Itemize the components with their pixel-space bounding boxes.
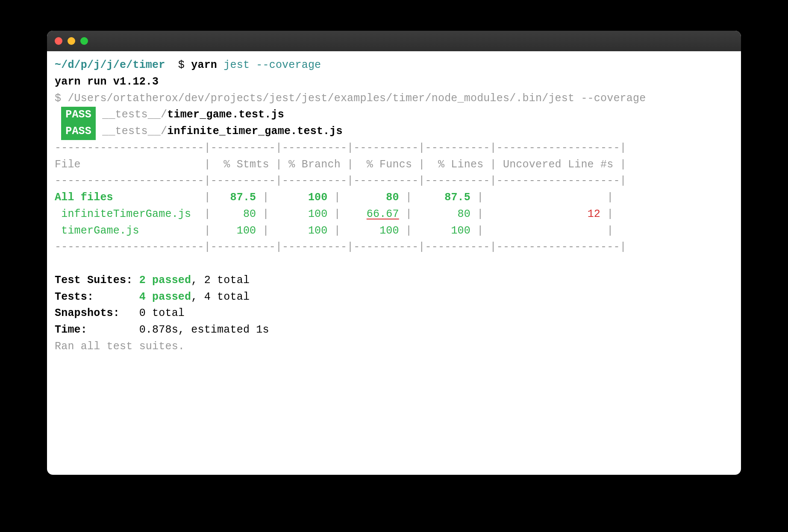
tests-passed: 4 passed <box>139 291 191 303</box>
prompt-symbol: $ <box>178 59 185 71</box>
row-lines: 87.5 <box>444 191 470 204</box>
suites-passed: 2 passed <box>139 274 191 286</box>
suites-label: Test Suites: <box>55 274 139 286</box>
row-funcs: 66.67 <box>367 208 399 220</box>
prompt-path: ~/d/p/j/j/e/timer <box>55 59 165 71</box>
row-funcs: 80 <box>386 191 399 204</box>
minimize-icon[interactable] <box>68 37 75 45</box>
row-branch: 100 <box>308 225 328 237</box>
row-name: timerGame.js <box>55 225 139 237</box>
yarn-run-line: yarn run v1.12.3 <box>55 76 159 88</box>
table-sep: -----------------------|----------|-----… <box>55 142 626 154</box>
subcmd-path: /Users/ortatherox/dev/projects/jest/jest… <box>68 92 646 105</box>
cmd-jest: jest <box>223 59 250 71</box>
time-value: 0.878s, estimated 1s <box>139 324 269 336</box>
window-titlebar <box>47 31 741 51</box>
row-stmts: 87.5 <box>230 191 256 204</box>
row-lines: 100 <box>451 225 470 237</box>
test-file: infinite_timer_game.test.js <box>167 125 342 137</box>
row-branch: 100 <box>308 208 328 220</box>
row-stmts: 100 <box>237 225 256 237</box>
terminal-window: ~/d/p/j/j/e/timer $ yarn jest --coverage… <box>47 31 741 475</box>
row-stmts: 80 <box>243 208 256 220</box>
row-funcs: 100 <box>379 225 399 237</box>
pass-badge: PASS <box>61 107 96 123</box>
time-label: Time: <box>55 324 139 336</box>
snapshots-label: Snapshots: <box>55 307 139 319</box>
tests-rest: , 4 total <box>191 291 250 303</box>
ran-line: Ran all test suites. <box>55 340 185 353</box>
subcmd-symbol: $ <box>55 92 61 105</box>
snapshots-value: 0 total <box>139 307 185 319</box>
suites-rest: , 2 total <box>191 274 250 286</box>
row-lines: 80 <box>458 208 470 220</box>
maximize-icon[interactable] <box>80 37 88 45</box>
test-dir: __tests__/ <box>102 108 167 121</box>
table-sep: -----------------------|----------|-----… <box>55 241 626 253</box>
test-dir: __tests__/ <box>102 125 167 137</box>
row-uncovered: 12 <box>588 208 600 220</box>
close-icon[interactable] <box>55 37 62 45</box>
tests-label: Tests: <box>55 291 139 303</box>
cmd-yarn: yarn <box>191 59 217 71</box>
terminal-content[interactable]: ~/d/p/j/j/e/timer $ yarn jest --coverage… <box>47 51 741 361</box>
cmd-flag: --coverage <box>256 59 321 71</box>
row-name: All files <box>55 191 113 204</box>
table-sep: -----------------------|----------|-----… <box>55 175 626 187</box>
row-branch: 100 <box>308 191 328 204</box>
test-file: timer_game.test.js <box>167 108 284 121</box>
table-header: File | % Stmts | % Branch | % Funcs | % … <box>55 158 626 171</box>
pass-badge: PASS <box>61 123 96 140</box>
row-name: infiniteTimerGame.js <box>55 208 191 220</box>
